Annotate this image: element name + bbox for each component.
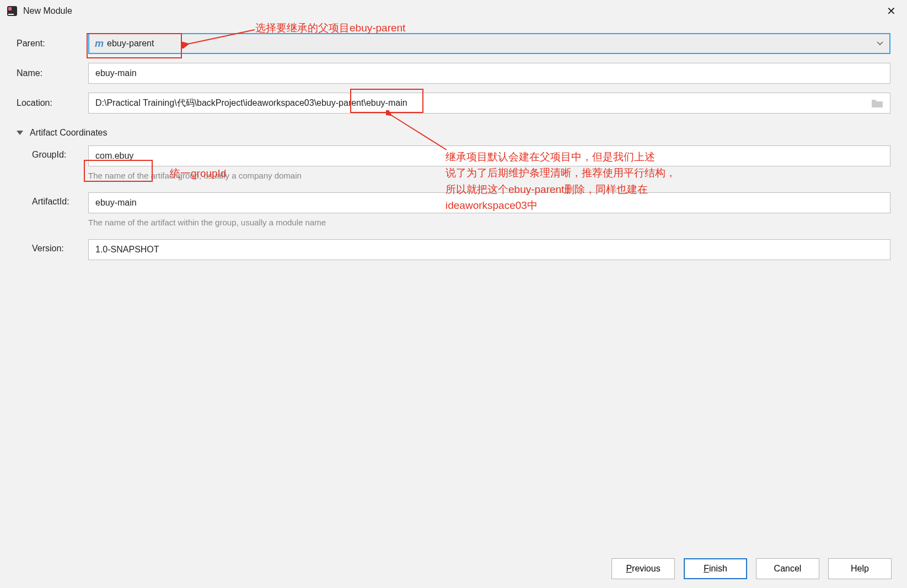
version-label: Version: — [32, 239, 88, 253]
parent-row: Parent: m ebuy-parent — [17, 33, 890, 54]
finish-button[interactable]: Finish — [684, 558, 747, 579]
artifactid-label: ArtifactId: — [32, 192, 88, 207]
artifact-coordinates-section: GroupId: The name of the artifact group,… — [17, 145, 890, 260]
parent-dropdown[interactable]: m ebuy-parent — [88, 33, 890, 54]
close-icon[interactable]: ✕ — [882, 4, 900, 18]
version-row: Version: — [32, 239, 890, 260]
location-row: Location: D:\Practical Training\代码\backP… — [17, 93, 890, 114]
version-input[interactable] — [88, 239, 890, 260]
name-row: Name: — [17, 63, 890, 84]
svg-rect-1 — [8, 7, 12, 10]
artifactid-hint: The name of the artifact within the grou… — [88, 218, 890, 227]
help-button[interactable]: Help — [828, 558, 892, 579]
window-title: New Module — [23, 6, 72, 16]
parent-dropdown-value: ebuy-parent — [107, 39, 154, 48]
chevron-down-icon — [17, 131, 23, 135]
name-label: Name: — [17, 68, 88, 78]
artifact-coordinates-toggle[interactable]: Artifact Coordinates — [17, 128, 890, 138]
previous-button[interactable]: Previous — [611, 558, 675, 579]
app-icon — [7, 6, 18, 17]
artifactid-input[interactable] — [88, 192, 890, 213]
location-input[interactable]: D:\Practical Training\代码\backProject\ide… — [88, 93, 890, 114]
maven-m-icon: m — [95, 38, 104, 50]
chevron-down-icon — [876, 40, 884, 47]
parent-label: Parent: — [17, 39, 88, 48]
titlebar: New Module ✕ — [0, 0, 907, 22]
location-label: Location: — [17, 98, 88, 108]
artifact-coordinates-title: Artifact Coordinates — [30, 128, 108, 138]
location-highlighted-part: \ebuy-parent — [314, 98, 364, 107]
name-input[interactable] — [88, 63, 890, 84]
groupid-label: GroupId: — [32, 145, 88, 160]
groupid-input[interactable] — [88, 145, 890, 166]
folder-browse-icon[interactable] — [871, 98, 883, 108]
svg-rect-2 — [8, 14, 14, 15]
content-area: Parent: m ebuy-parent Name: Location: D:… — [0, 22, 907, 260]
button-bar: Previous Finish Cancel Help — [611, 558, 892, 579]
artifactid-row: ArtifactId: The name of the artifact wit… — [32, 192, 890, 230]
groupid-row: GroupId: The name of the artifact group,… — [32, 145, 890, 184]
cancel-button[interactable]: Cancel — [756, 558, 819, 579]
groupid-hint: The name of the artifact group, usually … — [88, 171, 890, 180]
location-value: D:\Practical Training\代码\backProject\ide… — [95, 98, 866, 109]
